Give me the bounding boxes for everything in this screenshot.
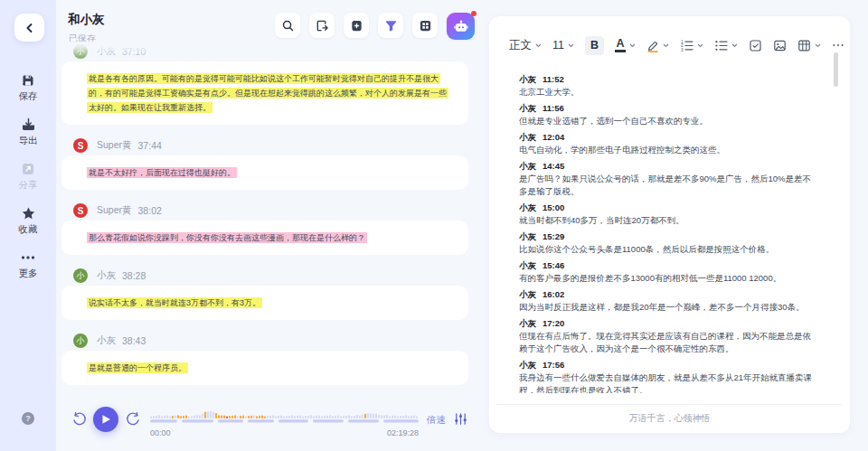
entry-time: 15:00 [542, 202, 564, 212]
sidebar-item-share[interactable]: 分享 [19, 161, 38, 192]
new-doc-icon [350, 19, 363, 33]
chevron-left-icon [24, 23, 35, 33]
segments-button[interactable] [412, 13, 438, 38]
entry-text-line: 多是输了版税。 [519, 185, 837, 198]
table-icon [797, 39, 811, 52]
paragraph-style-select[interactable]: 正文 [509, 38, 542, 53]
entry-speaker-line: 小灰12:04 [519, 131, 837, 144]
bold-button[interactable]: B [585, 36, 604, 55]
message-timestamp: 37:10 [122, 46, 146, 57]
chevron-down-icon [697, 43, 703, 48]
share-icon [21, 161, 35, 176]
message-text-line: 就是不太好拧，后面现在过得也挺好的。 [87, 165, 458, 180]
message-timestamp: 38:02 [138, 205, 162, 216]
insert-table-select[interactable] [797, 39, 821, 52]
speaker-name: 小灰 [97, 334, 116, 347]
highlighter-icon [646, 39, 659, 52]
avatar: 小 [73, 44, 88, 59]
sidebar-item-save[interactable]: 保存 [19, 72, 38, 103]
chat-message: 小小灰37:10就是各有各的原因。可能有的是觉得可能可能比如说这个工作可能暂时觉… [56, 44, 481, 125]
highlighted-text: 就是各有各的原因。可能有的是觉得可能可能比如说这个工作可能暂时觉得对自己的提升不… [87, 73, 440, 84]
entry-text-line: 是广告吗？如果只说公众号的话，那就是差不多90%是广告，然后10%是差不 [519, 173, 837, 185]
speaker-name: 小灰 [97, 45, 116, 58]
back-button[interactable] [14, 14, 44, 42]
sidebar-item-label: 导出 [19, 135, 38, 147]
total-time: 02:19:28 [387, 428, 419, 437]
transcript-entry: 小灰11:52北京工业大学。 [519, 73, 837, 99]
speaker-name: Super黄 [97, 204, 132, 217]
chevron-down-icon [663, 43, 669, 48]
export-note-button[interactable] [309, 13, 335, 38]
message-bubble[interactable]: 就是不太好拧，后面现在过得也挺好的。 [61, 155, 468, 190]
entry-time: 17:20 [542, 318, 564, 328]
transcript-entry: 小灰17:20但现在有点后悔了。现在觉得其实还是应该有自己的课程，因为不能是总是… [519, 317, 837, 355]
sidebar-item-favorite[interactable]: 收藏 [19, 205, 38, 236]
insert-image-button[interactable] [773, 39, 787, 52]
export-note-icon [316, 19, 329, 33]
font-size-value: 11 [552, 39, 564, 52]
entry-time: 12:04 [542, 132, 564, 142]
play-button[interactable] [93, 407, 118, 432]
jump-forward-button[interactable] [125, 411, 141, 430]
search-button[interactable] [275, 13, 300, 38]
new-doc-button[interactable] [344, 13, 369, 38]
message-bubble[interactable]: 说实话不太多，就当时就连3万都不到，有3万。 [61, 286, 468, 320]
highlighted-text: 那么青花假如说你没踩到，你没有你没有去画这些漫画，那现在是什么样的？ [87, 232, 367, 243]
font-color-select[interactable]: A [615, 39, 636, 52]
segments-icon [419, 19, 432, 33]
avatar: 小 [73, 268, 88, 283]
jump-back-icon [71, 411, 88, 428]
playback-speed-button[interactable]: 倍速 [427, 414, 446, 427]
chat-message: SSuper黄37:44就是不太好拧，后面现在过得也挺好的。 [56, 138, 481, 190]
highlighter-select[interactable] [646, 39, 669, 52]
entry-time: 11:56 [542, 103, 564, 113]
help-button[interactable]: ? [21, 411, 35, 426]
favorite-icon [21, 205, 36, 221]
transcript-entry: 小灰11:56但就是专业选错了，选到一个自己不喜欢的专业。 [519, 102, 837, 127]
sidebar-item-label: 保存 [19, 90, 38, 103]
entry-speaker-line: 小灰17:56 [519, 359, 837, 371]
message-bubble[interactable]: 那么青花假如说你没踩到，你没有你没有去画这些漫画，那现在是什么样的？ [61, 221, 468, 255]
ai-assistant-button[interactable] [447, 13, 475, 40]
header-tools [275, 13, 475, 40]
editor-scrollbar[interactable] [834, 52, 838, 87]
entry-text-line: 但现在有点后悔了。现在觉得其实还是应该有自己的课程，因为不能是总是依 [519, 330, 837, 343]
ordered-list-select[interactable]: 123 [680, 39, 703, 52]
equalizer-button[interactable] [454, 412, 467, 428]
highlighted-text: 说实话不太多，就当时就连3万都不到，有3万。 [87, 297, 262, 308]
chevron-down-icon [731, 43, 738, 48]
message-bubble[interactable]: 就是各有各的原因。可能有的是觉得可能可能比如说这个工作可能暂时觉得对自己的提升不… [61, 61, 468, 125]
message-bubble[interactable]: 是就是普通的一个程序员。 [61, 351, 468, 385]
sidebar-item-more[interactable]: 更多 [19, 249, 38, 280]
waveform[interactable] [150, 406, 419, 427]
entry-speaker-line: 小灰17:20 [519, 317, 837, 330]
entry-speaker: 小灰 [519, 132, 536, 142]
jump-back-button[interactable] [71, 411, 88, 430]
entry-text-line: 有的客户最多的是报价差不多13000有的相对低一些是11000 12000。 [519, 272, 837, 285]
filter-button[interactable] [378, 13, 403, 38]
font-size-select[interactable]: 11 [552, 39, 574, 52]
entry-speaker-line: 小灰15:00 [519, 202, 837, 214]
speaker-name: 小灰 [97, 269, 116, 282]
entry-speaker: 小灰 [519, 161, 536, 171]
transcript-entry: 小灰12:04电气自动化，学的那些电子电路过程控制之类的这些。 [519, 131, 837, 156]
notification-dot [471, 11, 476, 16]
message-timestamp: 38:43 [122, 335, 146, 346]
bullet-list-select[interactable] [714, 39, 738, 52]
editor-panel: 正文 11 B A 123 [489, 16, 850, 433]
sidebar-item-label: 收藏 [19, 223, 38, 236]
message-text-line: 那么青花假如说你没踩到，你没有你没有去画这些漫画，那现在是什么样的？ [87, 230, 458, 245]
editor-entries: 小灰11:52北京工业大学。小灰11:56但就是专业选错了，选到一个自己不喜欢的… [519, 73, 837, 393]
more-tools-button[interactable] [832, 39, 844, 52]
entry-time: 15:46 [542, 260, 564, 270]
avatar: 小 [73, 334, 88, 348]
entry-text-line: 程，然后到现在也是收入不错了。 [519, 384, 837, 393]
more-icon [21, 249, 35, 265]
sidebar-item-label: 更多 [19, 268, 38, 280]
paragraph-style-value: 正文 [509, 38, 532, 53]
entry-speaker: 小灰 [519, 289, 536, 299]
sidebar-item-export[interactable]: 导出 [19, 117, 38, 147]
checkbox-button[interactable] [749, 39, 762, 52]
image-icon [773, 39, 787, 52]
message-speaker-row: 小小灰38:43 [73, 334, 481, 348]
